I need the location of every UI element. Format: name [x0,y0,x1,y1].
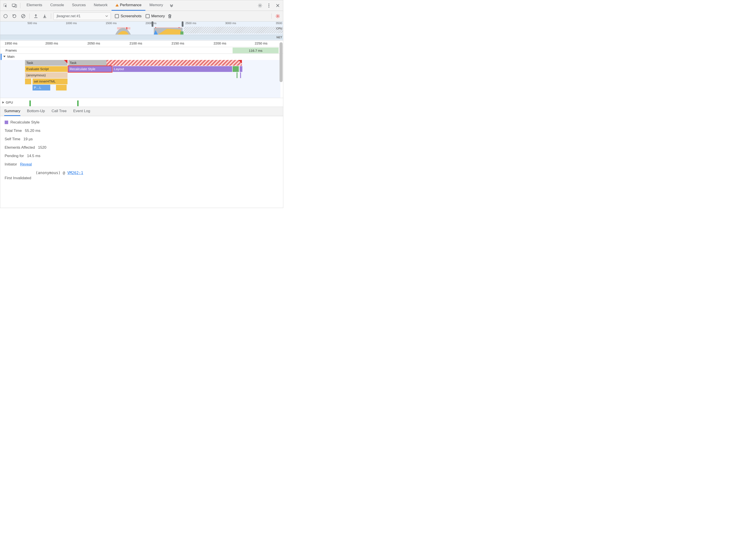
dtab-summary[interactable]: Summary [4,107,20,116]
bar-small[interactable] [240,66,242,72]
ruler-tick: 1950 ms [5,41,17,45]
overview-selection-right-handle[interactable] [182,21,183,27]
pending-key: Pending for [5,154,24,158]
bar-set-innerhtml[interactable]: set innerHTML [33,78,67,84]
details-tabbar: Summary Bottom-Up Call Tree Event Log [0,107,283,116]
separator [271,13,272,19]
delete-button[interactable] [166,12,174,20]
disclosure-down-icon [3,56,5,57]
bar-task-longtask[interactable] [106,60,242,66]
bar-anonymous[interactable]: (anonymous) [25,72,67,78]
bar-parse-html[interactable]: P…L [33,85,50,91]
overview-cpu-bump [115,28,131,35]
svg-point-7 [268,7,269,7]
tab-sources[interactable]: Sources [68,0,90,11]
ruler-tick: 2050 ms [88,41,100,45]
initiator-key: Initiator [5,162,17,167]
download-button[interactable] [41,12,49,20]
bar-small-yellow[interactable] [25,78,31,84]
bar-tick [240,72,241,78]
upload-button[interactable] [32,12,40,20]
inspect-icon[interactable] [1,1,10,10]
ov-tick: 500 ms [28,21,38,25]
overview-net-strip [0,35,283,40]
ruler-tick: 2150 ms [171,41,184,45]
device-icon[interactable] [10,1,19,10]
overview-selection-left-handle[interactable] [152,21,153,27]
ov-tick: 2500 ms [185,21,197,25]
bar-layout[interactable]: Layout [113,66,232,72]
callsite-function: (anonymous) [36,171,61,175]
timeline-ruler: 1950 ms 2000 ms 2050 ms 2100 ms 2150 ms … [0,41,283,47]
overview-strip[interactable]: 500 ms 1000 ms 1500 ms 2000 ms 2500 ms 3… [0,21,283,41]
disclosure-right-icon [2,101,4,104]
svg-line-9 [22,15,24,17]
callsite-location-link[interactable]: VM262:1 [67,171,83,175]
capture-settings-icon[interactable] [274,12,282,20]
checkbox-icon [115,14,119,18]
svg-point-6 [268,5,269,6]
kv-total-time: Total Time 55.20 ms [5,128,279,133]
dtab-calltree[interactable]: Call Tree [52,107,67,116]
pending-val: 14.5 ms [27,154,40,158]
bar-small-yellow[interactable] [56,85,67,91]
tab-console[interactable]: Console [46,0,68,11]
ruler-tick: 2200 ms [214,41,226,45]
elements-val: 1520 [38,145,47,150]
kv-initiator: Initiator Reveal [5,162,279,167]
dtab-bottomup[interactable]: Bottom-Up [27,107,45,116]
recording-select[interactable]: jlwagner.net #1 [53,12,111,20]
bar-tick [236,72,237,78]
separator [20,3,20,8]
bar-task[interactable]: Task [68,60,106,66]
bar-task[interactable]: Task [25,60,67,66]
kv-elements-affected: Elements Affected 1520 [5,145,279,150]
frames-track[interactable]: Frames 116.7 ms [0,47,283,54]
bar-evaluate-script[interactable]: Evaluate Script [25,66,67,72]
kv-pending-for: Pending for 14.5 ms [5,154,279,158]
longtask-corner-icon [238,60,242,63]
panel-tabs: Elements Console Sources Network Perform… [22,0,176,11]
reload-button[interactable] [10,12,18,20]
main-thread-track[interactable]: Main Task Task Evaluate Script Recalcula… [0,54,283,98]
clear-button[interactable] [19,12,27,20]
tab-network[interactable]: Network [90,0,112,11]
summary-panel: Recalculate Style Total Time 55.20 ms Se… [0,116,283,184]
record-button[interactable] [2,12,9,20]
tab-memory[interactable]: Memory [146,0,167,11]
frame-duration-block[interactable]: 116.7 ms [232,48,279,53]
first-invalidated-key: First Invalidated [5,176,31,180]
flame-area[interactable]: Task Task Evaluate Script Recalculate St… [0,60,280,98]
settings-icon[interactable] [256,1,265,10]
ov-tick: 1000 ms [66,21,78,25]
svg-rect-12 [180,32,183,35]
warning-icon [115,4,119,6]
screenshots-checkbox[interactable]: Screenshots [115,14,142,18]
gpu-header[interactable]: GPU [0,100,15,105]
total-time-key: Total Time [5,128,22,133]
bar-paint[interactable] [232,66,239,72]
bar-recalculate-style-selected[interactable]: Recalculate Style [68,66,112,72]
self-time-key: Self Time [5,137,20,142]
frame-duration: 116.7 ms [249,49,263,52]
net-label: NET [276,36,282,39]
ov-tick: 3500 [276,21,283,25]
tabs-overflow[interactable] [167,0,176,11]
initiator-reveal-link[interactable]: Reveal [20,162,32,167]
scrollbar-thumb[interactable] [279,42,283,82]
checkbox-icon [146,14,150,18]
dtab-eventlog[interactable]: Event Log [73,107,90,116]
main-label: Main [7,55,15,58]
gpu-event [30,101,31,106]
close-icon[interactable] [273,1,282,10]
kebab-icon[interactable] [265,1,273,10]
memory-checkbox[interactable]: Memory [146,14,165,18]
gpu-track[interactable]: GPU [0,98,283,107]
main-header[interactable]: Main [0,54,283,59]
total-time-val: 55.20 ms [25,128,40,133]
ov-tick: 3000 ms [225,21,237,25]
memory-label: Memory [151,14,165,18]
summary-title: Recalculate Style [10,120,39,124]
tab-performance[interactable]: Performance [112,0,146,11]
tab-elements[interactable]: Elements [22,0,46,11]
